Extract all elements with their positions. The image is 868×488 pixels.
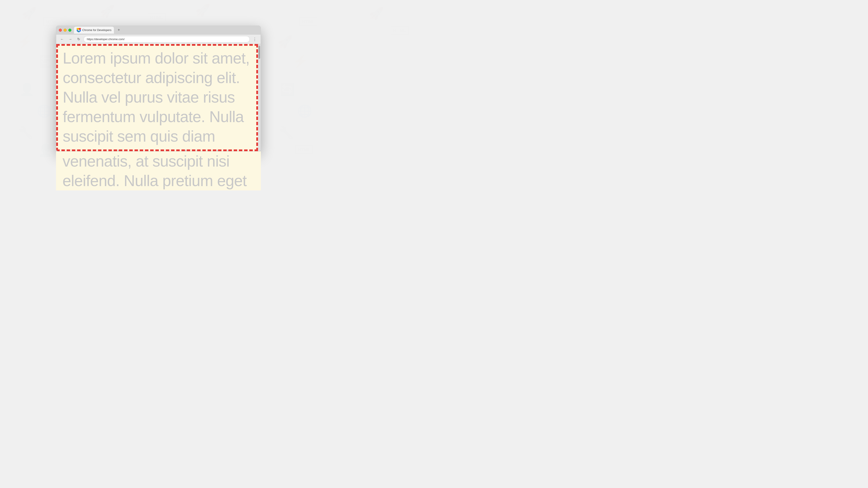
- forward-icon: →: [69, 37, 72, 41]
- url-text: https://developer.chrome.com/: [87, 37, 247, 41]
- nav-bar: ← → ↻ https://developer.chrome.com/ ⋮: [56, 34, 260, 44]
- title-bar: Chrome for Developers +: [56, 26, 260, 34]
- minimize-button[interactable]: [64, 29, 67, 32]
- back-icon: ←: [60, 37, 64, 41]
- reload-icon: ↻: [77, 37, 80, 41]
- reload-button[interactable]: ↻: [75, 36, 82, 42]
- lorem-text: Lorem ipsum dolor sit amet, consectetur …: [56, 44, 260, 151]
- browser-window: Chrome for Developers + ← → ↻ https://de…: [56, 26, 261, 152]
- page-content: Lorem ipsum dolor sit amet, consectetur …: [56, 44, 260, 151]
- back-button[interactable]: ←: [59, 36, 65, 42]
- below-browser-content: venenatis, at suscipit nisi eleifend. Nu…: [56, 152, 261, 190]
- scrollbar[interactable]: [258, 44, 260, 151]
- scrollbar-thumb[interactable]: [258, 46, 260, 59]
- overflow-lorem-text: venenatis, at suscipit nisi eleifend. Nu…: [56, 152, 261, 190]
- new-tab-button[interactable]: +: [116, 27, 122, 33]
- forward-button[interactable]: →: [67, 36, 73, 42]
- browser-tab[interactable]: Chrome for Developers: [74, 27, 114, 34]
- chrome-favicon: [76, 28, 81, 32]
- address-bar[interactable]: https://developer.chrome.com/: [84, 36, 250, 42]
- menu-button[interactable]: ⋮: [251, 36, 258, 42]
- tab-title: Chrome for Developers: [82, 28, 111, 32]
- traffic-lights: [59, 29, 71, 32]
- svg-point-2: [78, 30, 80, 31]
- maximize-button[interactable]: [68, 29, 71, 32]
- close-button[interactable]: [59, 29, 62, 32]
